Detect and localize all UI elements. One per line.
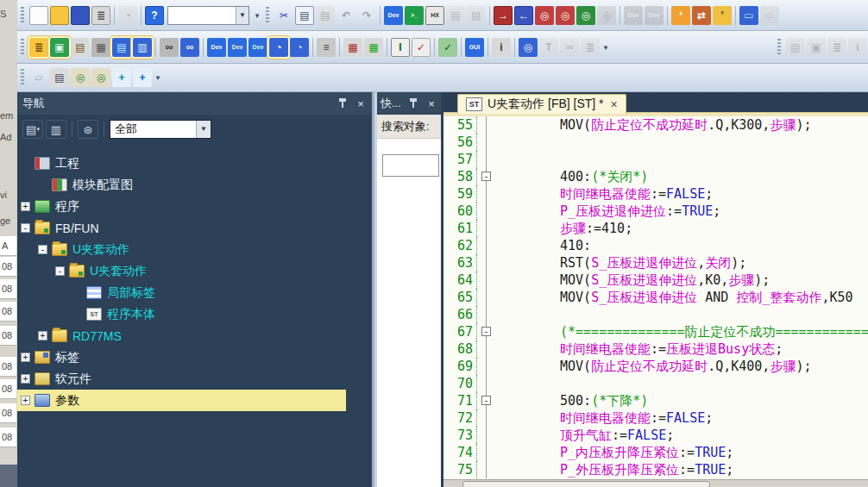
window-search-icon[interactable]: ◎ — [519, 38, 538, 57]
save-project-icon[interactable] — [71, 6, 90, 25]
collapse-icon[interactable]: - — [38, 245, 47, 254]
code-line-65[interactable]: 65MOV(S_压板进退伸进位 AND 控制_整套动作,K50 — [443, 289, 868, 306]
tree-item-FB/FUN[interactable]: -FB/FUN — [17, 217, 372, 239]
dim-monitor-user-icon[interactable]: i — [848, 38, 867, 57]
find-previous-icon[interactable]: ◎ — [71, 68, 90, 87]
code-line-68[interactable]: 68时间继电器使能:=压板进退Busy状态; — [443, 340, 868, 358]
tree-item-程序本体[interactable]: ST程序本体 — [17, 303, 372, 325]
fold-collapse-icon[interactable]: - — [481, 396, 491, 405]
verify-disabled-icon[interactable]: ◎ — [597, 6, 616, 25]
insert-row-below-icon[interactable]: + — [133, 68, 152, 87]
write-option-2-icon[interactable]: ▤ — [467, 6, 486, 25]
code-line-62[interactable]: 62410: — [443, 237, 868, 254]
io-check-icon[interactable]: ✓ — [412, 38, 431, 57]
pin-icon[interactable] — [337, 98, 348, 109]
toolbar-overflow-button[interactable]: ▾ — [252, 11, 262, 20]
expand-icon[interactable]: + — [21, 396, 30, 405]
gear-icon[interactable]: ⊛ — [78, 120, 98, 139]
print-preview-icon[interactable]: ◔ — [118, 6, 137, 25]
toolbar-grip[interactable] — [21, 39, 24, 56]
verify-with-plc-icon[interactable]: ◎ — [535, 6, 554, 25]
paste-icon[interactable]: ▤ — [316, 6, 335, 25]
open-project-icon[interactable] — [50, 6, 69, 25]
dim-eraser-icon[interactable]: ▱ — [29, 68, 48, 87]
find-next-icon[interactable]: ◎ — [91, 68, 110, 87]
toolbar-grip[interactable] — [266, 7, 269, 24]
device-read-dim-1-icon[interactable]: Dev — [624, 6, 643, 25]
fold-collapse-icon[interactable]: - — [481, 327, 491, 336]
toolbar-overflow-button[interactable]: ▾ — [601, 43, 611, 52]
toolbar-grip[interactable] — [21, 7, 24, 24]
verify-result-icon[interactable]: ◎ — [576, 6, 595, 25]
dim-monitor-grid-icon[interactable]: ▤ — [786, 38, 805, 57]
close-icon[interactable]: × — [425, 97, 437, 110]
screen-exec-write-icon[interactable]: >_ — [405, 6, 424, 25]
remote-dim-icon[interactable]: ▭ — [760, 6, 779, 25]
tree-item-U夹套动作[interactable]: -U夹套动作 — [17, 260, 372, 282]
expand-icon[interactable]: + — [21, 353, 30, 362]
code-line-71[interactable]: 71-500:(*下降*) — [443, 392, 868, 409]
tree-item-工程[interactable]: 工程 — [17, 153, 372, 174]
code-line-73[interactable]: 73顶升气缸:=FALSE; — [443, 427, 868, 444]
toolbar-grip[interactable] — [21, 69, 24, 86]
insert-row-above-icon[interactable]: + — [112, 68, 131, 87]
code-line-56[interactable]: 56 — [443, 134, 868, 151]
help-icon[interactable]: ? — [145, 6, 164, 25]
watch-monitor-start-icon[interactable]: ◔ — [269, 38, 288, 57]
dim-monitor-frame-icon[interactable]: ▣ — [807, 38, 826, 57]
undo-icon[interactable]: ↶ — [337, 6, 355, 25]
device-comment-transfer-icon[interactable]: ⇄ — [692, 6, 711, 25]
horizontal-scrollbar[interactable] — [443, 479, 868, 487]
pin-icon[interactable] — [408, 98, 418, 109]
comment-display-icon[interactable]: ❛ — [671, 6, 690, 25]
toolbar-overflow-button[interactable]: ▾ — [153, 73, 163, 82]
verify-project-icon[interactable]: ◎ — [556, 6, 575, 25]
code-line-61[interactable]: 61步骤:=410; — [443, 220, 868, 237]
edit-mode-icon[interactable]: I — [391, 38, 410, 57]
fold-collapse-icon[interactable]: - — [481, 172, 491, 181]
project-selector-dropdown[interactable]: ▼ — [167, 6, 249, 25]
code-line-64[interactable]: 64MOV(S_压板进退伸进位,K0,步骤); — [443, 272, 868, 289]
program-editor-window-icon[interactable]: ▤ — [112, 38, 131, 57]
navigation-window-toggle-icon[interactable]: ≣ — [29, 38, 48, 57]
code-line-67[interactable]: 67-(*==============防止定位不成功============== — [443, 323, 868, 340]
collapse-all-icon[interactable]: ▥ — [46, 120, 66, 139]
write-to-plc-icon[interactable]: → — [494, 6, 513, 25]
cross-reference-icon[interactable]: ▦ — [343, 38, 362, 57]
tab-u-jacket-action[interactable]: ST U夹套动作 [FB] [ST] * × — [457, 94, 626, 114]
expand-icon[interactable]: + — [21, 374, 30, 384]
statement-display-icon[interactable]: ❜ — [713, 6, 732, 25]
dim-window-list-icon[interactable]: ≣ — [581, 38, 600, 57]
tree-display-setting-icon[interactable]: ▤▾ — [22, 120, 43, 139]
label-editor-window-icon[interactable]: ▥ — [133, 38, 152, 57]
code-line-57[interactable]: 57 — [443, 151, 868, 168]
module-configuration-icon[interactable]: ▣ — [50, 38, 69, 57]
device-comment-list-icon[interactable]: Dev — [207, 38, 226, 57]
find-replace-icon[interactable]: oo — [180, 38, 199, 57]
expand-icon[interactable]: + — [38, 331, 47, 340]
collapse-icon[interactable]: - — [21, 223, 30, 233]
tree-item-局部标签[interactable]: 局部标签 — [17, 282, 372, 303]
tree-item-U夹套动作[interactable]: -U夹套动作 — [17, 239, 372, 260]
hk-monitor-write-icon[interactable]: HX — [425, 6, 444, 25]
statement-list-icon[interactable]: ▤ — [50, 68, 69, 87]
element-selection-icon[interactable]: ▤ — [71, 38, 90, 57]
code-line-55[interactable]: 55MOV(防止定位不成功延时.Q,K300,步骤); — [443, 116, 868, 134]
code-line-60[interactable]: 60P_压板进退伸进位:=TRUE; — [443, 203, 868, 220]
code-line-69[interactable]: 69MOV(防止定位不成功延时.Q,K400,步骤); — [443, 358, 868, 375]
new-project-icon[interactable] — [29, 6, 48, 25]
device-rack-icon[interactable]: Dev — [248, 38, 267, 57]
code-line-58[interactable]: 58-400:(*关闭*) — [443, 168, 868, 185]
outline-list-icon[interactable]: ≡ — [317, 38, 336, 57]
write-option-1-icon[interactable]: ▤ — [446, 6, 465, 25]
tree-item-标签[interactable]: +标签 — [17, 347, 372, 368]
dim-align-icon[interactable]: T — [539, 38, 558, 57]
code-line-75[interactable]: 75P_外压板升降压紧位:=TRUE; — [443, 461, 868, 478]
code-line-74[interactable]: 74P_内压板升降压紧位:=TRUE; — [443, 444, 868, 461]
cut-icon[interactable]: ✂ — [274, 6, 293, 25]
device-list-icon[interactable]: ▦ — [364, 38, 383, 57]
find-icon[interactable]: oo — [160, 38, 179, 57]
code-line-63[interactable]: 63RST(S_压板进退伸进位,关闭); — [443, 254, 868, 272]
convert-check-icon[interactable]: ✓ — [438, 38, 457, 57]
close-icon[interactable]: × — [355, 97, 367, 110]
